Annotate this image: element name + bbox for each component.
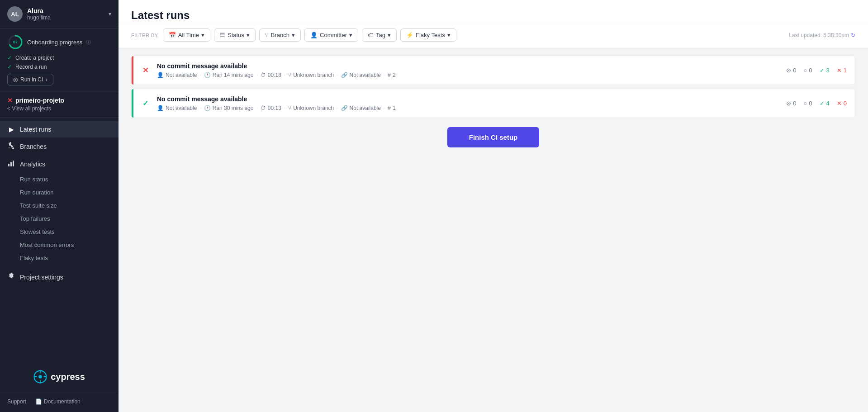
cypress-logo: cypress	[33, 370, 85, 384]
run-info-2: No commit message available 👤 Not availa…	[157, 95, 786, 111]
meta-dot-2: ·	[256, 72, 257, 78]
sidebar-item-label-latest-runs: Latest runs	[20, 126, 51, 133]
stat-skipped-1: ⊘ 0	[786, 67, 796, 74]
meta-dot-3: ·	[284, 72, 285, 78]
meta-dot-4: ·	[337, 72, 338, 78]
check-mark-icon: ✓	[142, 99, 148, 108]
sub-label-run-duration: Run duration	[20, 189, 53, 196]
run-meta-commit-label-1: Not available	[350, 72, 381, 78]
filter-all-time-button[interactable]: 📅 All Time ▾	[163, 28, 210, 42]
onboarding-item-label-2: Record a run	[15, 64, 47, 70]
branch-filter-icon: ⑂	[265, 32, 269, 38]
stat-passed-1: ✓ 3	[820, 67, 830, 74]
support-link[interactable]: Support	[7, 398, 26, 405]
sub-label-most-common-errors: Most common errors	[20, 242, 74, 248]
filter-all-time-label: All Time	[178, 32, 199, 38]
filter-committer-button[interactable]: 👤 Committer ▾	[304, 28, 358, 42]
run-meta-commit-2: 🔗 Not available	[341, 105, 381, 111]
filter-flaky-label: Flaky Tests	[416, 32, 445, 38]
sidebar-sub-flaky-tests[interactable]: Flaky tests	[0, 251, 119, 265]
stat-pending-val-2: 0	[809, 100, 812, 107]
table-row[interactable]: ✓ No commit message available 👤 Not avai…	[131, 89, 855, 118]
chevron-down-icon-tag: ▾	[388, 32, 391, 38]
user-name: Alura	[27, 7, 109, 14]
chevron-down-icon-flaky: ▾	[447, 32, 451, 38]
sidebar-sub-top-failures[interactable]: Top failures	[0, 212, 119, 225]
filter-buttons: 📅 All Time ▾ ☰ Status ▾ ⑂ Branch ▾ 👤 Com…	[163, 28, 456, 42]
committer-icon: 👤	[310, 32, 318, 38]
sidebar-item-label-branches: Branches	[20, 143, 47, 150]
run-meta-user-1: 👤 Not available	[157, 72, 197, 78]
run-in-ci-button[interactable]: ◎ Run in CI ›	[7, 74, 53, 85]
svg-rect-4	[13, 161, 14, 166]
run-status-bar-passed	[132, 89, 133, 118]
check-icon: ✓	[7, 55, 12, 61]
sidebar-sub-run-status[interactable]: Run status	[0, 173, 119, 186]
filter-status-button[interactable]: ☰ Status ▾	[214, 28, 256, 42]
tag-icon: 🏷	[368, 32, 374, 38]
progress-percent: 67	[13, 40, 18, 44]
check-icon-2: ✓	[7, 64, 12, 70]
sub-label-top-failures: Top failures	[20, 215, 50, 222]
branch-icon-2: ⑂	[288, 105, 291, 111]
run-meta-user-label-1: Not available	[166, 72, 197, 78]
onboarding-header: 67 Onboarding progress ⓘ	[7, 34, 111, 50]
run-title-2: No commit message available	[157, 95, 786, 103]
run-meta-duration-1: ⏱ 00:18	[261, 72, 281, 78]
run-meta-time-2: 🕐 Ran 30 mins ago	[204, 105, 254, 111]
run-meta-time-label-1: Ran 14 mins ago	[213, 72, 254, 78]
main-content: Latest runs FILTER BY 📅 All Time ▾ ☰ Sta…	[119, 0, 868, 412]
run-status-icon-passed: ✓	[140, 98, 151, 109]
run-info-1: No commit message available 👤 Not availa…	[157, 62, 786, 78]
chevron-right-icon: ›	[46, 76, 47, 83]
sidebar-item-analytics[interactable]: Analytics	[0, 155, 119, 173]
sidebar-sub-slowest-tests[interactable]: Slowest tests	[0, 225, 119, 238]
project-x-icon: ✕	[7, 97, 13, 104]
timer-icon-2: ⏱	[261, 105, 266, 111]
chevron-down-icon[interactable]: ▾	[109, 11, 111, 17]
stat-skipped-2: ⊘ 0	[786, 100, 796, 107]
stat-passed-val-1: 3	[826, 67, 830, 74]
sidebar-sub-test-suite-size[interactable]: Test suite size	[0, 199, 119, 212]
run-meta-branch-1: ⑂ Unknown branch	[288, 72, 334, 78]
sidebar-item-branches[interactable]: Branches	[0, 137, 119, 155]
sidebar-sub-most-common-errors[interactable]: Most common errors	[0, 238, 119, 251]
sidebar-item-latest-runs[interactable]: ▶ Latest runs	[0, 121, 119, 137]
meta-dot-7: ·	[256, 105, 257, 111]
meta-dot: ·	[199, 72, 201, 78]
stat-pending-1: ○ 0	[803, 67, 812, 74]
onboarding-items: ✓ Create a project ✓ Record a run	[7, 55, 111, 70]
user-info: Alura hugo lima	[27, 7, 109, 21]
chevron-down-icon-committer: ▾	[349, 32, 352, 38]
play-icon: ▶	[7, 126, 15, 133]
sub-label-flaky-tests: Flaky tests	[20, 255, 48, 261]
settings-icon	[7, 273, 15, 281]
stat-failed-1: ✕ 1	[837, 67, 847, 74]
run-meta-num-label-2: 1	[393, 105, 396, 111]
run-meta-num-1: # 2	[388, 72, 395, 78]
run-status-bar-failed	[132, 56, 133, 85]
filter-branch-button[interactable]: ⑂ Branch ▾	[259, 28, 301, 42]
run-meta-1: 👤 Not available · 🕐 Ran 14 mins ago · ⏱ …	[157, 72, 786, 78]
filter-committer-label: Committer	[320, 32, 347, 38]
filter-flaky-tests-button[interactable]: ⚡ Flaky Tests ▾	[400, 28, 456, 42]
branch-icon-1: ⑂	[288, 72, 291, 78]
documentation-link[interactable]: 📄 Documentation	[35, 398, 81, 405]
nav-section: ▶ Latest runs Branches Analytics Ru	[0, 118, 119, 289]
info-icon: ⓘ	[86, 39, 91, 46]
run-meta-user-2: 👤 Not available	[157, 105, 197, 111]
run-stats-2: ⊘ 0 ○ 0 ✓ 4 ✕ 0	[786, 100, 847, 107]
refresh-icon[interactable]: ↻	[851, 32, 855, 38]
sidebar-item-project-settings[interactable]: Project settings	[0, 268, 119, 286]
table-row[interactable]: ✕ No commit message available 👤 Not avai…	[131, 56, 855, 85]
filter-tag-button[interactable]: 🏷 Tag ▾	[362, 28, 397, 42]
sidebar-sub-run-duration[interactable]: Run duration	[0, 186, 119, 199]
timer-icon-1: ⏱	[261, 72, 266, 78]
run-meta-commit-label-2: Not available	[350, 105, 381, 111]
sidebar-item-label-analytics: Analytics	[20, 161, 45, 168]
status-icon: ☰	[220, 32, 225, 38]
stat-skipped-val-2: 0	[793, 100, 796, 107]
view-all-projects-link[interactable]: < View all projects	[7, 105, 111, 112]
run-meta-time-1: 🕐 Ran 14 mins ago	[204, 72, 254, 78]
finish-ci-setup-button[interactable]: Finish CI setup	[447, 127, 540, 147]
